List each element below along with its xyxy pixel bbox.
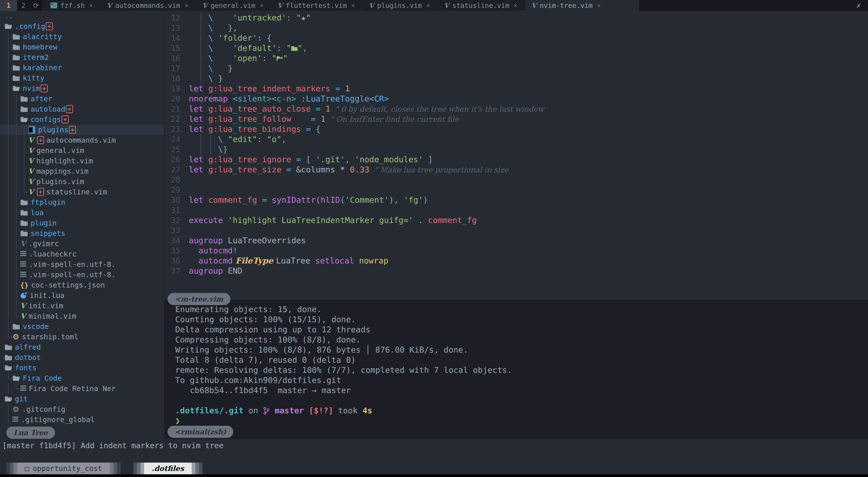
tree-item-label: dotbot <box>15 353 41 362</box>
tab-fzf.sh[interactable]: fzf.sh× <box>44 0 99 11</box>
tab-close-icon[interactable]: × <box>351 2 355 9</box>
tree-item-homebrew[interactable]: homebrew <box>0 42 164 52</box>
tree-item-..[interactable]: .. <box>0 11 164 21</box>
code-line-14: 14 │ \ 'folder': { <box>164 33 868 43</box>
tree-item-autoload[interactable]: autoload+ <box>0 104 164 114</box>
tree-item-.luacheckrc[interactable]: .luacheckrc <box>0 249 164 259</box>
tree-item-label: karabiner <box>23 63 62 72</box>
tab-fluttertest.vim[interactable]: Vfluttertest.vim× <box>272 0 361 11</box>
indent-guide <box>4 197 12 207</box>
indent-guide <box>4 32 12 42</box>
tree-item-alfred[interactable]: alfred <box>0 342 164 352</box>
text-file-icon <box>12 417 18 422</box>
indent-guide <box>12 270 20 280</box>
tree-item-after[interactable]: after <box>0 94 164 104</box>
tree-item-.gitignore-global[interactable]: .gitignore_global <box>0 414 164 425</box>
tree-item-.vim-spell-en.utf-8.[interactable]: .vim-spell-en.utf-8. <box>0 259 164 270</box>
tree-item-label: kitty <box>23 74 44 82</box>
tree-item-karabiner[interactable]: karabiner <box>0 63 164 73</box>
tree-item-git[interactable]: git <box>0 394 164 404</box>
close-all-icon[interactable]: ✗ <box>849 0 868 11</box>
tab-close-icon[interactable]: × <box>89 2 93 9</box>
file-tree-panel[interactable]: ...config+alacrittyhomebrewiterm2karabin… <box>0 11 164 439</box>
tree-item-snippets[interactable]: snippets <box>0 228 164 238</box>
tab-autocommands.vim[interactable]: Vautocommands.vim× <box>101 0 194 11</box>
tree-item-Fira-Code-Retina-Ner[interactable]: Fira Code Retina Ner <box>0 383 164 394</box>
tab-plugins.vim[interactable]: Vplugins.vim× <box>363 0 436 11</box>
tree-item-autocommands.vim[interactable]: V+autocommands.vim <box>0 135 164 145</box>
tree-item-iterm2[interactable]: iterm2 <box>0 52 164 63</box>
indent-guide <box>4 42 12 52</box>
tab-number-2[interactable]: 2 <box>17 0 30 11</box>
folder-open-glyph <box>277 56 283 61</box>
tree-item-label: alfred <box>15 343 41 351</box>
folder-icon <box>20 199 28 206</box>
tmux-window-label: opportunity_cost <box>33 464 102 473</box>
folder-icon <box>12 323 20 330</box>
tree-item-fonts[interactable]: fonts <box>0 363 164 373</box>
folder-icon <box>12 64 20 71</box>
indent-guide <box>12 301 20 311</box>
tree-item-alacritty[interactable]: alacritty <box>0 32 164 42</box>
tab-general.vim[interactable]: Vgeneral.vim× <box>196 0 269 11</box>
tree-item-starship.toml[interactable]: ⚙starship.toml <box>0 332 164 342</box>
tab-number-active[interactable]: 1 <box>0 0 17 11</box>
tree-item-plugin[interactable]: plugin <box>0 218 164 228</box>
tree-item-highlight.vim[interactable]: Vhighlight.vim <box>0 156 164 166</box>
tab-label: statusline.vim <box>452 2 509 9</box>
vim-file-icon-green: V <box>28 146 34 155</box>
tree-item-plugins[interactable]: plugins+ <box>0 125 164 135</box>
tree-item-ftplugin[interactable]: ftplugin <box>0 197 164 207</box>
tab-close-icon[interactable]: × <box>597 2 601 9</box>
tab-nvim-tree.vim[interactable]: Vnvim-tree.vim× <box>525 0 639 11</box>
tree-item-plugins.vim[interactable]: Vplugins.vim <box>0 176 164 187</box>
tree-item-minimal.vim[interactable]: Vminimal.vim <box>0 311 164 321</box>
tree-item-configs[interactable]: configs+ <box>0 114 164 125</box>
tree-item-general.vim[interactable]: Vgeneral.vim <box>0 145 164 156</box>
tree-item-coc-settings.json[interactable]: {}coc-settings.json <box>0 280 164 290</box>
tree-item-label: plugins <box>38 126 68 134</box>
tree-item-nvim[interactable]: nvim+ <box>0 83 164 94</box>
tab-label: fluttertest.vim <box>286 2 347 9</box>
tree-item-label: after <box>31 95 52 103</box>
tree-item-mappings.vim[interactable]: Vmappings.vim <box>0 166 164 176</box>
tree-item-Fira-Code[interactable]: Fira Code <box>0 373 164 383</box>
tree-item-init.vim[interactable]: Vinit.vim <box>0 301 164 311</box>
indent-guide <box>20 176 28 187</box>
line-number: 23 <box>164 124 180 134</box>
tree-item-.gvimrc[interactable]: V.gvimrc <box>0 238 164 249</box>
code-line-27: 27let g:lua_tree_size = &columns * 0.33 … <box>164 165 868 175</box>
code-line-17: 17 │ \ } <box>164 63 868 73</box>
tree-item-statusline.vim[interactable]: V+statusline.vim <box>0 187 164 197</box>
tree-item-.gitconfig[interactable]: ⚙.gitconfig <box>0 404 164 414</box>
tab-close-icon[interactable]: × <box>185 2 188 9</box>
tree-item-label: .vim-spell-en.utf-8. <box>29 260 116 269</box>
line-number: 21 <box>164 104 180 114</box>
tree-item-init.lua[interactable]: init.lua <box>0 290 164 301</box>
code-editor[interactable]: 12 │ \ 'untracked': "★"13 │ \ },14 │ \ '… <box>164 11 868 302</box>
tab-close-icon[interactable]: × <box>260 2 264 9</box>
tmux-window-opportunity-cost[interactable]: □opportunity_cost <box>6 463 121 474</box>
line-number: 12 <box>164 13 180 23</box>
tab-close-icon[interactable]: × <box>514 2 517 9</box>
tree-item-label: iterm2 <box>23 53 49 62</box>
tmux-window-label: .dotfiles <box>144 463 192 474</box>
tree-item-vscode[interactable]: vscode <box>0 321 164 332</box>
tmux-window-dotfiles[interactable]: .dotfiles <box>133 463 203 474</box>
tree-item-.vim-spell-en.utf-8.[interactable]: .vim-spell-en.utf-8. <box>0 270 164 280</box>
terminal-panel[interactable]: Enumerating objects: 15, done. Counting … <box>164 300 868 439</box>
tree-item-lua[interactable]: lua <box>0 207 164 218</box>
code-line-31: 31 <box>164 205 868 215</box>
tree-item-label: .gvimrc <box>29 239 59 248</box>
tree-item-label: init.lua <box>30 291 64 300</box>
indent-guide <box>4 414 12 425</box>
tab-close-icon[interactable]: × <box>426 2 430 9</box>
vim-file-icon-green: V <box>28 177 34 186</box>
tab-statusline.vim[interactable]: Vstatusline.vim× <box>438 0 523 11</box>
indent-guide <box>4 114 12 125</box>
tree-item-dotbot[interactable]: dotbot <box>0 352 164 363</box>
tree-item-.config[interactable]: .config+ <box>0 21 164 32</box>
tree-item-kitty[interactable]: kitty <box>0 73 164 83</box>
folder-icon <box>12 75 20 81</box>
vim-icon: V <box>369 2 374 9</box>
